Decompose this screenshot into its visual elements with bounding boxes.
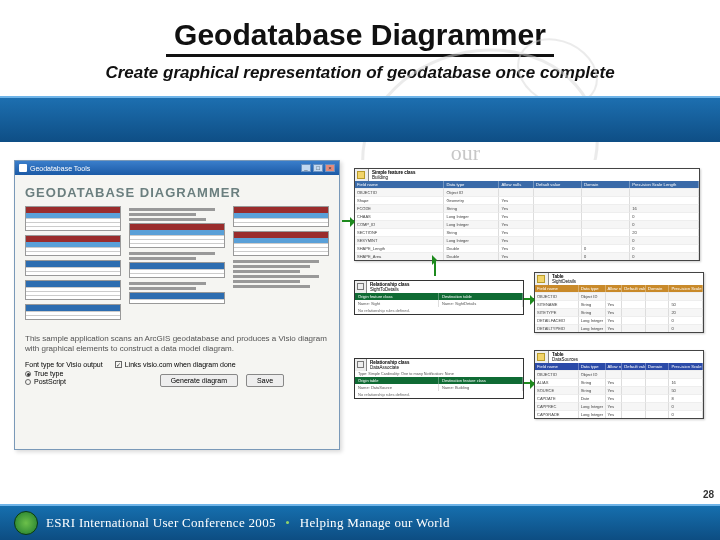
table-row: SECTIONFStringYes20 <box>355 228 699 236</box>
column-header: Domain <box>646 363 670 370</box>
preview-table <box>25 260 121 276</box>
preview-table <box>25 206 121 231</box>
column-header: Field name <box>535 285 579 292</box>
fc-subtitle: Building <box>372 175 388 180</box>
preview-table <box>25 304 121 320</box>
preview-text-line <box>233 275 319 278</box>
table-panel-sightdetails: TableSightDetails Field nameData typeAll… <box>534 272 704 333</box>
close-button[interactable]: × <box>325 164 335 172</box>
column-header: Field name <box>355 181 444 188</box>
preview-text-line <box>129 218 206 221</box>
relationship-panel-2: Relationship classDataAssociate Type: Si… <box>354 358 524 399</box>
preview-text-line <box>233 265 310 268</box>
column-header: Field name <box>535 363 579 370</box>
column-header: Data type <box>579 285 606 292</box>
maximize-button[interactable]: □ <box>313 164 323 172</box>
table-row: CAPGRADELong IntegerYes0 <box>535 410 703 418</box>
preview-table <box>129 292 225 304</box>
column-header: Data type <box>579 363 606 370</box>
checkbox-link-visio-label: Links visio.com when diagram done <box>125 361 236 368</box>
preview-table <box>25 280 121 300</box>
connector-arrow <box>524 382 534 384</box>
table-row: DETAILFACEIDLong IntegerYes0 <box>535 316 703 324</box>
table-row: COMP_IDLong IntegerYes0 <box>355 220 699 228</box>
radio-postscript[interactable] <box>25 379 31 385</box>
content-area: Geodatabase Tools _ □ × GEODATABASE DIAG… <box>14 160 706 460</box>
preview-text-line <box>129 252 215 255</box>
preview-text-line <box>129 282 206 285</box>
table-row: CAPPRECLong IntegerYes0 <box>535 402 703 410</box>
slide-footer: ESRI International User Conference 2005 … <box>0 504 720 540</box>
table-row: SOURCEStringYes50 <box>535 386 703 394</box>
table-row: SHAPE_AreaDoubleYes00 <box>355 252 699 260</box>
column-header: Domain <box>582 181 630 188</box>
app-description: This sample application scans an ArcGIS … <box>25 334 329 353</box>
column-header: Prec-ision Scale Length <box>669 363 703 370</box>
rel2-dest-header: Destination feature class <box>439 377 523 384</box>
radio-truetype[interactable] <box>25 371 31 377</box>
preview-text-line <box>233 260 319 263</box>
tbl2-subtitle: DataSources <box>552 357 578 362</box>
rel2-dest-name: Name: Building <box>439 384 523 391</box>
preview-table <box>233 206 329 227</box>
table-row: OBJECTIDObject ID <box>355 188 699 196</box>
minimize-button[interactable]: _ <box>301 164 311 172</box>
preview-text-line <box>129 257 196 260</box>
footer-text-b: Helping Manage our World <box>300 515 450 530</box>
table-row: SESYMINTLong IntegerYes0 <box>355 236 699 244</box>
generate-diagram-button[interactable]: Generate diagram <box>160 374 238 387</box>
table-row: DETAILTYPEIDLong IntegerYes0 <box>535 324 703 332</box>
relationship-panel-1: Relationship classSightToDetails Origin … <box>354 280 524 315</box>
rel2-origin-header: Origin table <box>355 377 439 384</box>
app-icon <box>19 164 27 172</box>
footer-text-a: ESRI International User Conference 2005 <box>46 515 276 530</box>
app-window: Geodatabase Tools _ □ × GEODATABASE DIAG… <box>14 160 340 450</box>
table-row: ALIASStringYes16 <box>535 378 703 386</box>
preview-text-line <box>129 287 196 290</box>
rel2-subtitle: DataAssociate <box>370 365 399 370</box>
connector-arrow <box>434 260 436 276</box>
column-header: Default value <box>622 363 646 370</box>
app-heading: GEODATABASE DIAGRAMMER <box>25 185 329 200</box>
column-header: Allow nulls <box>606 285 623 292</box>
column-header: Default value <box>622 285 646 292</box>
decorative-band <box>0 96 720 142</box>
table-row: SHAPE_LengthDoubleYes00 <box>355 244 699 252</box>
table-panel-datasources: TableDataSources Field nameData typeAllo… <box>534 350 704 419</box>
rel1-dest-header: Destination table <box>439 293 523 300</box>
table-row: FCODEStringYes16 <box>355 204 699 212</box>
table-row: CAPDATEDateYes8 <box>535 394 703 402</box>
save-button[interactable]: Save <box>246 374 284 387</box>
checkbox-link-visio[interactable]: ✓ <box>115 361 122 368</box>
tbl1-subtitle: SightDetails <box>552 279 576 284</box>
connector-arrow <box>524 298 534 300</box>
rel2-footer: No relationship rules defined. <box>355 391 523 398</box>
column-header: Allow nulls <box>499 181 533 188</box>
table-row: OBJECTIDObject ID <box>535 370 703 378</box>
font-type-group: Font type for Visio output True type Pos… <box>25 361 103 386</box>
rel1-footer: No relationship rules defined. <box>355 307 523 314</box>
footer-separator-icon: • <box>285 515 290 530</box>
column-header: Default value <box>534 181 582 188</box>
table-row: SITETYPEStringYes20 <box>535 308 703 316</box>
font-type-label: Font type for Visio output <box>25 361 103 368</box>
connector-arrow <box>342 220 354 222</box>
preview-table <box>129 223 225 248</box>
rel1-origin-header: Origin feature class <box>355 293 439 300</box>
table-row: OBJECTIDObject ID <box>535 292 703 300</box>
slide-subtitle: Create graphical representation of geoda… <box>0 63 720 83</box>
preview-table <box>129 262 225 278</box>
window-title: Geodatabase Tools <box>30 165 301 172</box>
radio-postscript-label: PostScript <box>34 378 66 385</box>
preview-table <box>25 235 121 256</box>
preview-text-line <box>129 213 196 216</box>
rel1-origin-name: Name: Sight <box>355 300 439 307</box>
column-header: Prec-ision Scale Length <box>669 285 703 292</box>
rel1-subtitle: SightToDetails <box>370 287 399 292</box>
preview-text-line <box>233 285 310 288</box>
preview-table <box>233 231 329 256</box>
globe-icon <box>14 511 38 535</box>
window-titlebar: Geodatabase Tools _ □ × <box>15 161 339 175</box>
rel2-origin-name: Name: DataSource <box>355 384 439 391</box>
column-header: Data type <box>444 181 499 188</box>
